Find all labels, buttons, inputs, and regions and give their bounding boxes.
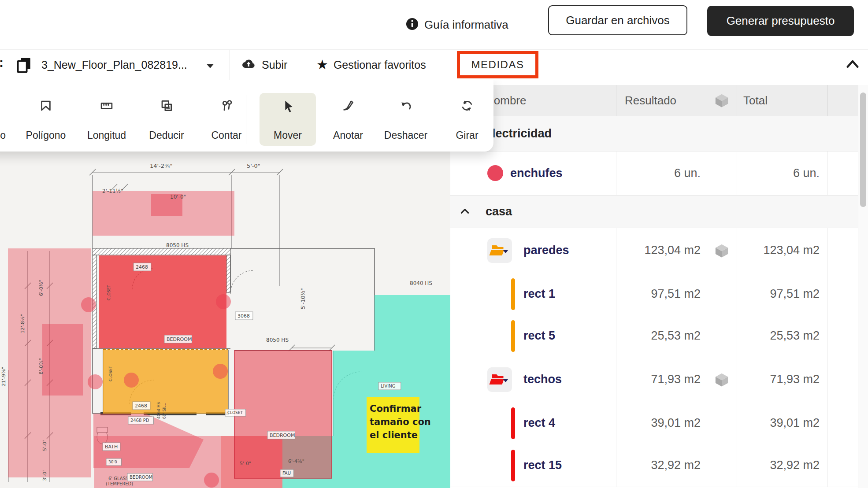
chevron-up-icon[interactable] bbox=[845, 58, 860, 73]
svg-text:el cliente: el cliente bbox=[370, 430, 418, 440]
result-value: 6 un. bbox=[616, 151, 701, 195]
measurement-label: rect 4 bbox=[523, 402, 555, 444]
upload-button[interactable]: Subir bbox=[241, 50, 287, 80]
table-row-rect-5[interactable]: rect 525,53 m225,53 m2 bbox=[450, 315, 858, 357]
table-row-casa[interactable]: casa bbox=[450, 195, 858, 228]
svg-text:2468: 2468 bbox=[136, 264, 148, 270]
group-label: electricidad bbox=[486, 116, 552, 151]
folder-icon[interactable] bbox=[487, 238, 512, 265]
result-value: 32,92 m2 bbox=[616, 444, 701, 487]
count-icon bbox=[220, 98, 233, 113]
svg-text:10'-0": 10'-0" bbox=[170, 194, 186, 200]
svg-text:3'-0": 3'-0" bbox=[42, 470, 48, 481]
measurements-table: Nombre Resultado Total electricidadenchu… bbox=[450, 85, 868, 488]
svg-text:BEDROOM: BEDROOM bbox=[270, 433, 295, 438]
result-value: 97,51 m2 bbox=[616, 273, 701, 315]
pen-icon bbox=[341, 98, 355, 113]
measurement-label: rect 1 bbox=[523, 273, 555, 315]
tool-label: Deshacer bbox=[384, 129, 427, 141]
tools-panel: loPolígonoLongitudDeducirContarMoverAnot… bbox=[0, 80, 493, 152]
svg-text:2468: 2468 bbox=[135, 403, 147, 409]
total-value: 71,93 m2 bbox=[737, 357, 820, 402]
tool-label: Polígono bbox=[26, 129, 66, 141]
svg-text:BEDROOM: BEDROOM bbox=[167, 336, 192, 342]
svg-text:8040 HS: 8040 HS bbox=[410, 280, 432, 286]
svg-text:BATH: BATH bbox=[105, 444, 118, 450]
column-header-total[interactable]: Total bbox=[743, 85, 768, 116]
tool-deduct[interactable]: Deducir bbox=[138, 93, 195, 146]
collapse-chevron-icon[interactable] bbox=[459, 206, 471, 219]
color-bar-marker bbox=[511, 278, 515, 310]
tool-rotate[interactable]: Girar bbox=[439, 93, 495, 146]
chevron-down-icon[interactable] bbox=[206, 63, 214, 70]
cursor-icon bbox=[281, 98, 294, 113]
svg-text:LIVING: LIVING bbox=[381, 384, 396, 388]
tool-pen[interactable]: Anotar bbox=[320, 93, 376, 146]
table-scrollbar[interactable] bbox=[858, 85, 868, 488]
tool-label: Girar bbox=[456, 129, 478, 141]
info-icon bbox=[405, 17, 419, 33]
color-bar-marker bbox=[511, 450, 515, 481]
table-row-rect-1[interactable]: rect 197,51 m297,51 m2 bbox=[450, 273, 858, 315]
svg-text:(TEMPERED): (TEMPERED) bbox=[106, 481, 133, 486]
medidas-tab-highlighted[interactable]: MEDIDAS bbox=[457, 51, 538, 78]
svg-text:4064 HS: 4064 HS bbox=[156, 402, 161, 419]
svg-text:2468 PD: 2468 PD bbox=[130, 418, 149, 423]
table-row-electricidad[interactable]: electricidad bbox=[450, 116, 858, 151]
polygon-icon bbox=[39, 98, 52, 113]
svg-text:60' SILL: 60' SILL bbox=[162, 403, 167, 419]
save-to-files-button[interactable]: Guardar en archivos bbox=[548, 5, 687, 35]
plan-file-selector[interactable]: 3_New_Floor_Plan_082819... bbox=[41, 50, 187, 80]
svg-text:6'-4⅝": 6'-4⅝" bbox=[288, 458, 304, 464]
tool-polygon[interactable]: Polígono bbox=[18, 93, 74, 146]
table-row-rect-4[interactable]: rect 439,01 m239,01 m2 bbox=[450, 402, 858, 444]
result-value: 25,53 m2 bbox=[616, 315, 701, 357]
measurement-label: techos bbox=[523, 357, 562, 402]
column-header-result[interactable]: Resultado bbox=[625, 85, 676, 116]
result-value: 123,04 m2 bbox=[616, 228, 701, 273]
table-row-rect-15[interactable]: rect 1532,92 m232,92 m2 bbox=[450, 444, 858, 487]
total-value: 97,51 m2 bbox=[737, 273, 820, 315]
total-value: 39,01 m2 bbox=[737, 402, 820, 444]
table-row-paredes[interactable]: paredes123,04 m2123,04 m2 bbox=[450, 228, 858, 273]
svg-text:3068: 3068 bbox=[237, 313, 250, 319]
svg-text:6' GLASS: 6' GLASS bbox=[108, 476, 128, 481]
svg-text:8050 HS: 8050 HS bbox=[266, 337, 289, 343]
manage-favorites-button[interactable]: ★ Gestionar favoritos bbox=[316, 50, 426, 80]
scrollbar-thumb[interactable] bbox=[860, 92, 866, 207]
svg-text:CLOSET: CLOSET bbox=[108, 366, 113, 381]
svg-text:6'-0½": 6'-0½" bbox=[38, 280, 44, 296]
tool-undo[interactable]: Deshacer bbox=[378, 93, 434, 146]
svg-text:5'-10½": 5'-10½" bbox=[300, 288, 306, 309]
cube-3d-icon[interactable] bbox=[712, 228, 731, 273]
floor-plan-drawing: 14'-2¾"5'-0"2'-11½"10'-0"8050 HS2468CLOS… bbox=[0, 154, 450, 488]
generate-budget-button[interactable]: Generar presupuesto bbox=[707, 6, 854, 36]
tool-ruler[interactable]: Longitud bbox=[78, 93, 135, 146]
tool-label: Anotar bbox=[333, 129, 363, 141]
info-guide-link[interactable]: Guía informativa bbox=[405, 0, 508, 49]
total-value: 25,53 m2 bbox=[737, 315, 820, 357]
cube-3d-icon[interactable] bbox=[712, 357, 731, 402]
tool-cursor[interactable]: Mover bbox=[260, 93, 316, 146]
tool-label: Longitud bbox=[87, 129, 126, 141]
pages-icon bbox=[15, 56, 33, 76]
svg-text:5'-0": 5'-0" bbox=[247, 163, 260, 169]
svg-text:FAU: FAU bbox=[282, 471, 291, 476]
svg-text:8050 HS: 8050 HS bbox=[166, 242, 189, 248]
app-window: 14'-2¾"5'-0"2'-11½"10'-0"8050 HS2468CLOS… bbox=[0, 0, 868, 488]
svg-text:Confirmar: Confirmar bbox=[370, 403, 422, 414]
measurement-label: enchufes bbox=[510, 151, 563, 195]
folder-icon[interactable] bbox=[487, 367, 512, 394]
measurement-label: paredes bbox=[523, 228, 569, 273]
toolbar-divider bbox=[246, 95, 246, 144]
file-toolbar: : 3_New_Floor_Plan_082819... Subir ★ Ges… bbox=[0, 49, 868, 80]
tool-label: lo bbox=[0, 129, 6, 141]
result-value: 71,93 m2 bbox=[616, 357, 701, 402]
table-row-techos[interactable]: techos71,93 m271,93 m2 bbox=[450, 357, 858, 402]
cloud-upload-icon bbox=[241, 57, 256, 73]
cube-column-icon bbox=[712, 85, 731, 116]
table-row-enchufes[interactable]: enchufes6 un.6 un. bbox=[450, 151, 858, 195]
tool-label: Deducir bbox=[149, 129, 184, 141]
total-value: 6 un. bbox=[737, 151, 820, 195]
result-value: 39,01 m2 bbox=[616, 402, 701, 444]
